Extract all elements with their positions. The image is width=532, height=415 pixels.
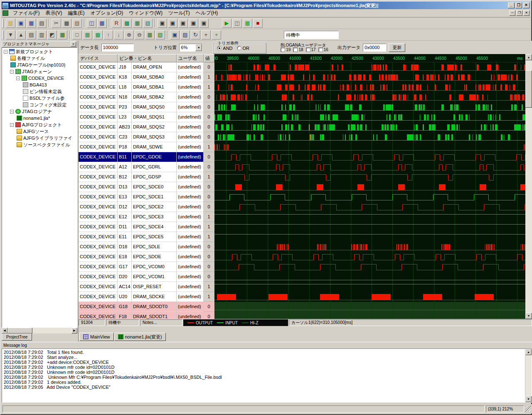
- toolbar-grip[interactable]: [2, 30, 4, 40]
- notes-button[interactable]: Notes...: [140, 319, 182, 326]
- tree-item-bsdl-[interactable]: BSDLファイル参: [2, 95, 77, 101]
- mdi-close-button[interactable]: ✕: [523, 10, 530, 16]
- paste-button[interactable]: ▧: [72, 19, 82, 28]
- tree-item-ajfg-[interactable]: -AJFGプロジェクト: [2, 121, 77, 128]
- tree-item-codex_device[interactable]: -CODEX_DEVICE: [2, 75, 77, 82]
- export-csv-button[interactable]: ▤: [27, 30, 36, 40]
- menu-item-option[interactable]: オプション(O): [87, 9, 126, 17]
- measure-button[interactable]: ◩: [47, 30, 57, 40]
- signal-row-dram_sdcke[interactable]: CODEX_DEVICEU20DRAM_SDCKE(undefined)1: [79, 292, 214, 302]
- menu-item-window[interactable]: ウィンドウ(W): [126, 9, 165, 17]
- signal-row-epdc_gdrl[interactable]: CODEX_DEVICEA12EPDC_GDRL(undefined)0: [79, 162, 214, 172]
- open-project-button[interactable]: ▥: [6, 19, 15, 28]
- scroll-up-icon[interactable]: ▲: [525, 54, 532, 60]
- trigger-and-radio[interactable]: AND: [217, 46, 232, 51]
- blogana-setup-button[interactable]: ▩: [93, 30, 103, 40]
- tree-item-jtag-[interactable]: -JTAGチェーン: [2, 68, 77, 75]
- bit-19-checkbox[interactable]: 19: [281, 47, 291, 52]
- chevron-down-icon[interactable]: ▼: [195, 44, 202, 51]
- signal-row-epdc_sdce5[interactable]: CODEX_DEVICEE11EPDC_SDCE5(undefined)1: [79, 232, 214, 242]
- data-length-input[interactable]: [101, 44, 134, 52]
- sample-mode-button[interactable]: ▣: [168, 19, 177, 28]
- counter-button[interactable]: ▦: [58, 30, 67, 40]
- load-waveform-button[interactable]: ▲: [16, 30, 26, 40]
- tree-item-bga413[interactable]: BGA413: [2, 82, 77, 88]
- menu-item-edit[interactable]: 編集(E): [65, 9, 87, 17]
- signal-row-dram_open[interactable]: CODEX_DEVICEJ18DRAM_OPEN(undefined)0: [79, 62, 214, 72]
- message-log-titlebar[interactable]: Message log: [2, 342, 532, 348]
- copy-button[interactable]: ▩: [62, 19, 71, 28]
- tree-item--[interactable]: ソースベクタファイル: [2, 141, 77, 148]
- menu-item-file[interactable]: ファイル(F): [10, 9, 42, 17]
- cascade-windows-button[interactable]: ▦: [97, 19, 107, 28]
- refresh-button[interactable]: ↻: [191, 30, 200, 40]
- tree-item-noname1-jla-[interactable]: noname1.jla*: [2, 115, 77, 121]
- jtag-scan-button[interactable]: ▦: [133, 19, 142, 28]
- panel-close-icon[interactable]: x: [71, 42, 76, 47]
- tree-item--[interactable]: -新規プロジェクト: [2, 48, 77, 55]
- signal-row-dram_sdqs0[interactable]: CODEX_DEVICEP23DRAM_SDQS0(undefined)0: [79, 102, 214, 112]
- tree-item--[interactable]: ピン情報未定義: [2, 88, 77, 95]
- signal-row-epdc_sdce4[interactable]: CODEX_DEVICED11EPDC_SDCE4(undefined)1: [79, 222, 214, 232]
- close-button[interactable]: ✕: [523, 2, 530, 8]
- header-user[interactable]: ユーザ名: [177, 54, 204, 62]
- signal-row-dram_sdba1[interactable]: CODEX_DEVICEL18DRAM_SDBA1(undefined)1: [79, 82, 214, 92]
- bit-18-checkbox[interactable]: 18: [293, 47, 303, 52]
- tab-project-tree[interactable]: ProjectTree: [2, 333, 32, 341]
- scroll-left-icon[interactable]: ◀: [2, 328, 7, 333]
- scroll-up-button[interactable]: ↑: [103, 30, 113, 40]
- signal-row-disp_reset[interactable]: CODEX_DEVICEAC14DISP_RESET(undefined)1: [79, 282, 214, 292]
- log-vertical-scrollbar[interactable]: ▲ ▼: [525, 349, 532, 402]
- led-monitor-button[interactable]: ▦: [243, 19, 252, 28]
- maximize-button[interactable]: ❐: [515, 2, 522, 8]
- zoom-out-button[interactable]: ⊖: [135, 30, 144, 40]
- extest-mode-button[interactable]: ▣: [178, 19, 188, 28]
- boundary-scan-button[interactable]: ▣: [158, 19, 167, 28]
- tree-expand-icon[interactable]: -: [10, 70, 14, 74]
- signal-row-epdc_gdoe[interactable]: CODEX_DEVICEB11EPDC_GDOE(undefined)0: [79, 152, 214, 162]
- start-button[interactable]: ▶: [222, 19, 232, 28]
- tree-horizontal-scrollbar[interactable]: ◀ ▶: [2, 328, 77, 333]
- toolbar-grip[interactable]: [2, 19, 4, 28]
- scroll-down-button[interactable]: ↓: [114, 30, 123, 40]
- menu-item-view[interactable]: 表示(V): [42, 9, 65, 17]
- update-button[interactable]: 更新: [389, 43, 405, 52]
- cut-button[interactable]: ✂: [52, 19, 61, 28]
- output-data-input[interactable]: [363, 44, 386, 52]
- signal-row-epdc_sdce2[interactable]: CODEX_DEVICED12EPDC_SDCE2(undefined)0: [79, 202, 214, 212]
- save-project-button[interactable]: ▣: [16, 19, 26, 28]
- tree-expand-icon[interactable]: -: [10, 123, 14, 127]
- zoom-in-button[interactable]: ⊕: [124, 30, 134, 40]
- print-button[interactable]: ▤: [37, 19, 47, 28]
- tree-item--[interactable]: コンフィグ未設定: [2, 101, 77, 108]
- trigger-or-radio[interactable]: OR: [237, 46, 250, 51]
- intest-mode-button[interactable]: ▣: [189, 19, 198, 28]
- save-waveform-button[interactable]: ▼: [6, 30, 15, 40]
- mdi-minimize-button[interactable]: ─: [509, 10, 515, 16]
- scrollbar-thumb[interactable]: [525, 70, 532, 108]
- signal-row-epdc_sdle[interactable]: CODEX_DEVICED18EPDC_SDLE(undefined)0: [79, 242, 214, 252]
- chart-view-button[interactable]: ▧: [155, 30, 165, 40]
- blogana-view-button[interactable]: ▦: [83, 30, 92, 40]
- jtag-idcode-button[interactable]: ▩: [122, 19, 132, 28]
- new-waveform-view-button[interactable]: □: [72, 30, 82, 40]
- header-value[interactable]: 値: [204, 54, 214, 62]
- tree-item-ajfg-[interactable]: AJFGライブラリファイ: [2, 135, 77, 141]
- menu-item-help[interactable]: ヘルプ(H): [193, 9, 221, 17]
- resize-grip[interactable]: [525, 406, 531, 412]
- tree-item-jtag-[interactable]: -JTAGロジアナ: [2, 108, 77, 115]
- scroll-down-icon[interactable]: ▼: [525, 313, 532, 319]
- settings-button[interactable]: ▨: [180, 30, 190, 40]
- signal-row-dram_sdqs1[interactable]: CODEX_DEVICEL23DRAM_SDQS1(undefined)0: [79, 112, 214, 122]
- minimize-button[interactable]: _: [508, 2, 515, 8]
- save-all-button[interactable]: ▦: [27, 19, 36, 28]
- scroll-right-icon[interactable]: ▶: [71, 328, 77, 333]
- stop-button[interactable]: ■: [253, 19, 263, 28]
- signal-row-dram_sdba0[interactable]: CODEX_DEVICEK18DRAM_SDBA0(undefined)1: [79, 72, 214, 82]
- mdi-restore-button[interactable]: ❐: [516, 10, 522, 16]
- capture-button[interactable]: ▣: [170, 30, 180, 40]
- tree-expand-icon[interactable]: -: [4, 50, 7, 54]
- signal-row-epdc_sdce1[interactable]: CODEX_DEVICEE13EPDC_SDCE1(undefined)0: [79, 192, 214, 202]
- signal-row-dram_sdwe[interactable]: CODEX_DEVICEP18DRAM_SDWE(undefined)1: [79, 142, 214, 152]
- mdi-child-icon[interactable]: [2, 10, 8, 16]
